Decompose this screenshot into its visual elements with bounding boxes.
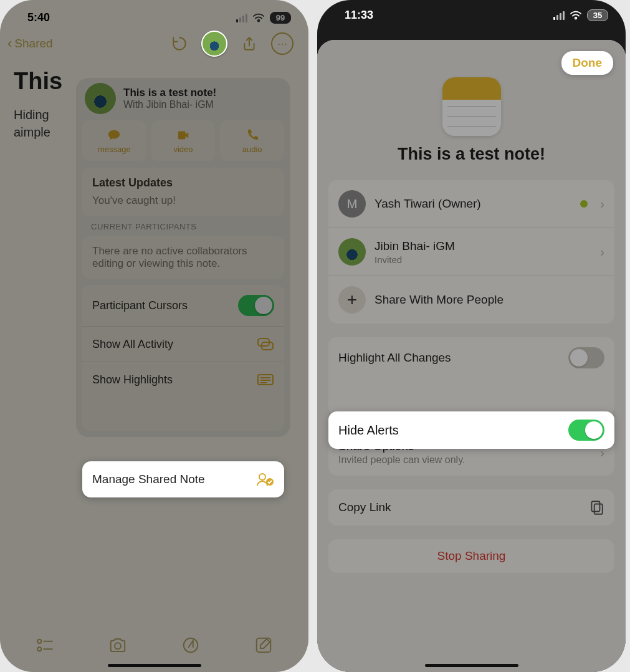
online-status-dot xyxy=(580,200,588,208)
message-label: message xyxy=(98,145,131,154)
stop-sharing-label: Stop Sharing xyxy=(437,549,506,563)
share-sheet: This is a test note! M Yash Tiwari (Owne… xyxy=(317,40,626,672)
highlight-changes-row[interactable]: Highlight All Changes xyxy=(328,337,614,378)
participants-body: There are no active collaborators editin… xyxy=(92,245,274,270)
svg-point-8 xyxy=(38,647,42,651)
people-card: M Yash Tiwari (Owner) › Jibin Bhai- iGM … xyxy=(328,180,614,324)
svg-point-10 xyxy=(115,643,121,649)
battery-level: 35 xyxy=(587,9,608,21)
popover-title: This is a test note! xyxy=(123,87,216,99)
svg-point-11 xyxy=(184,638,198,653)
done-button[interactable]: Done xyxy=(561,51,614,75)
bottom-toolbar xyxy=(0,636,308,658)
cursors-label: Participant Cursors xyxy=(92,299,188,312)
share-options-sub: Invited people can view only. xyxy=(338,454,465,466)
video-button[interactable]: video xyxy=(151,120,216,161)
screenshot-right: 11:33 35 This is a test note! M Yash Tiw… xyxy=(317,0,626,672)
status-icons: 99 xyxy=(236,12,291,24)
notes-app-icon xyxy=(442,77,501,136)
chevron-left-icon: ‹ xyxy=(7,36,12,52)
chevron-right-icon: › xyxy=(600,245,604,259)
updates-body: You've caught up! xyxy=(92,194,274,207)
latest-updates-card: Latest Updates You've caught up! xyxy=(82,168,284,216)
back-label: Shared xyxy=(14,37,52,50)
copy-link-label: Copy Link xyxy=(338,501,391,514)
nav-bar: ‹ Shared ⋯ xyxy=(0,28,308,63)
share-more-row[interactable]: + Share With More People xyxy=(328,276,614,324)
options-card: Participant Cursors Show All Activity Sh… xyxy=(82,285,284,431)
wifi-icon xyxy=(570,11,582,20)
notes-app-screen: 5:40 99 ‹ Shared ⋯ This Hiding xyxy=(0,0,308,672)
share-more-label: Share With More People xyxy=(375,293,604,307)
note-line-1: Hiding xyxy=(14,108,49,122)
popover-subtitle: With Jibin Bhai- iGM xyxy=(123,99,216,110)
video-icon xyxy=(176,128,191,142)
show-activity-row[interactable]: Show All Activity xyxy=(82,326,284,362)
stop-sharing-card: Stop Sharing xyxy=(328,539,614,573)
manage-shared-note-row[interactable]: Manage Shared Note xyxy=(82,461,284,497)
activity-icon xyxy=(257,337,274,352)
copy-link-row[interactable]: Copy Link xyxy=(328,489,614,526)
updates-title: Latest Updates xyxy=(92,176,274,190)
message-icon xyxy=(107,128,122,142)
hide-alerts-toggle-on[interactable] xyxy=(568,420,604,441)
more-icon[interactable]: ⋯ xyxy=(271,32,294,55)
activity-label: Show All Activity xyxy=(92,338,173,351)
hide-alerts-label: Hide Alerts xyxy=(338,423,399,438)
status-time: 11:33 xyxy=(345,9,373,22)
svg-point-13 xyxy=(259,474,265,480)
invitee-name: Jibin Bhai- iGM xyxy=(375,239,591,253)
note-line-2: aimple xyxy=(14,125,50,139)
done-label: Done xyxy=(573,56,603,69)
collaborator-avatar[interactable] xyxy=(201,31,227,57)
collaboration-popover: This is a test note! With Jibin Bhai- iG… xyxy=(76,78,290,437)
audio-button[interactable]: audio xyxy=(220,120,284,161)
sheet-title: This is a test note! xyxy=(317,145,626,164)
audio-label: audio xyxy=(242,145,262,154)
status-bar: 5:40 99 xyxy=(0,0,308,28)
participants-label: CURRENT PARTICIPANTS xyxy=(91,222,275,231)
invitee-status: Invited xyxy=(375,254,591,265)
message-button[interactable]: message xyxy=(82,120,146,161)
show-highlights-row[interactable]: Show Highlights xyxy=(82,362,284,397)
status-icons: 35 xyxy=(553,9,608,21)
home-indicator[interactable] xyxy=(425,664,518,667)
checklist-icon[interactable] xyxy=(34,636,55,655)
copy-icon xyxy=(588,499,604,516)
highlight-toggle-off[interactable] xyxy=(568,347,604,368)
stop-sharing-row[interactable]: Stop Sharing xyxy=(328,539,614,573)
popover-avatar xyxy=(85,83,116,114)
owner-row[interactable]: M Yash Tiwari (Owner) › xyxy=(328,180,614,228)
svg-rect-16 xyxy=(594,504,603,514)
svg-point-6 xyxy=(38,640,42,643)
camera-icon[interactable] xyxy=(107,636,128,655)
compose-icon[interactable] xyxy=(253,636,274,655)
video-label: video xyxy=(173,145,193,154)
hide-alerts-row[interactable]: Hide Alerts xyxy=(328,411,614,449)
participant-cursors-row[interactable]: Participant Cursors xyxy=(82,285,284,326)
undo-icon[interactable] xyxy=(171,36,188,52)
cursors-toggle-on[interactable] xyxy=(238,295,274,316)
battery-level: 99 xyxy=(270,12,291,24)
cellular-icon xyxy=(236,14,247,22)
invitee-row[interactable]: Jibin Bhai- iGM Invited › xyxy=(328,228,614,276)
wifi-icon xyxy=(252,13,265,22)
home-indicator[interactable] xyxy=(108,664,201,667)
cellular-icon xyxy=(553,11,565,20)
svg-rect-15 xyxy=(591,501,599,511)
plus-icon: + xyxy=(338,286,366,314)
copy-link-card: Copy Link xyxy=(328,489,614,526)
owner-avatar: M xyxy=(338,190,366,218)
settings-card-1: Highlight All Changes xyxy=(328,337,614,416)
back-button[interactable]: ‹ Shared xyxy=(7,36,53,52)
highlight-label: Highlight All Changes xyxy=(338,351,451,365)
invitee-avatar xyxy=(338,238,366,266)
screenshot-left: 5:40 99 ‹ Shared ⋯ This Hiding xyxy=(0,0,308,672)
highlights-icon xyxy=(257,372,274,387)
status-bar: 11:33 35 xyxy=(317,0,626,26)
share-icon[interactable] xyxy=(241,36,257,52)
people-check-icon xyxy=(255,471,274,487)
chevron-right-icon: › xyxy=(600,197,604,211)
phone-icon xyxy=(245,128,260,142)
markup-icon[interactable] xyxy=(180,636,201,655)
